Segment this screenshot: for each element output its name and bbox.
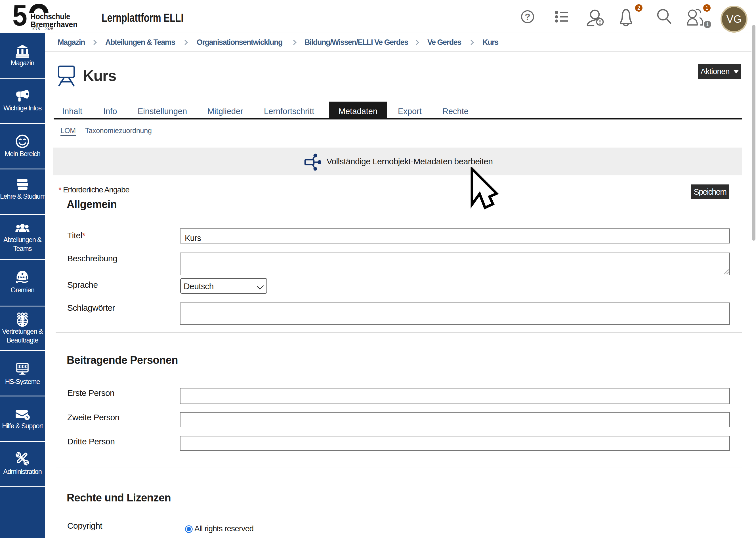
- svg-text:?: ?: [525, 12, 530, 22]
- svg-text:1975 – 2025: 1975 – 2025: [31, 27, 53, 31]
- svg-text:5: 5: [12, 0, 27, 32]
- svg-text:?: ?: [26, 415, 29, 420]
